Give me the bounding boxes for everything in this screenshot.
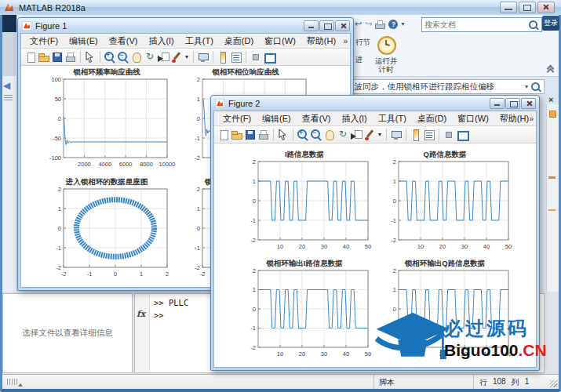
figure-logo-icon <box>22 21 31 31</box>
menu-help[interactable]: 帮助(H) <box>301 34 341 49</box>
figure1-close-button[interactable] <box>335 20 350 31</box>
save-figure-icon[interactable] <box>51 51 64 64</box>
svg-text:0: 0 <box>114 270 117 278</box>
figure1-maximize-button[interactable] <box>319 20 334 31</box>
menu-help[interactable]: 帮助(H) <box>494 111 534 126</box>
file-details-panel: 选择文件以查看详细信息 <box>2 293 133 373</box>
figure2-maximize-button[interactable] <box>505 98 520 109</box>
menu-tools[interactable]: 工具(T) <box>373 111 412 126</box>
menu-view[interactable]: 查看(V) <box>104 34 144 49</box>
pan-icon[interactable] <box>130 51 143 64</box>
warning-marker[interactable] <box>548 209 556 211</box>
code-analyzer-indicator[interactable] <box>549 111 556 118</box>
figure1-minimize-button[interactable] <box>304 20 319 31</box>
svg-text:8000: 8000 <box>140 161 153 168</box>
svg-text:-1: -1 <box>56 245 61 252</box>
show-plot-tools-icon[interactable] <box>456 129 468 141</box>
new-figure-icon[interactable] <box>24 51 37 64</box>
open-file-icon[interactable] <box>38 51 50 64</box>
figure2-close-button[interactable] <box>521 98 536 109</box>
svg-text:-1: -1 <box>87 270 93 278</box>
navbar-dropdown-icon[interactable]: ▾ <box>525 83 528 90</box>
menu-insert[interactable]: 插入(I) <box>336 111 372 126</box>
insert-colorbar-icon[interactable] <box>410 129 422 141</box>
insert-colorbar-icon[interactable] <box>217 51 229 64</box>
quick-access-dropdown-icon[interactable]: ▾ <box>401 20 404 27</box>
insert-legend-icon[interactable] <box>230 51 242 64</box>
zoom-in-icon[interactable]: + <box>297 129 309 141</box>
menu-tools[interactable]: 工具(T) <box>180 34 219 49</box>
menu-overflow-icon[interactable]: » <box>529 114 534 123</box>
menu-insert[interactable]: 插入(I) <box>143 34 179 49</box>
undo-icon[interactable]: ↩ <box>355 19 362 29</box>
show-plot-tools-icon[interactable] <box>263 51 275 64</box>
run-and-time-label[interactable]: 运行并 计时 <box>362 56 410 74</box>
search-icon[interactable] <box>529 20 537 29</box>
editor-tab-close-icon[interactable]: × <box>548 95 553 104</box>
minimize-button[interactable] <box>500 2 517 13</box>
pointer-icon[interactable] <box>84 51 97 64</box>
open-file-icon[interactable] <box>231 129 243 141</box>
brush-dropdown-icon[interactable]: ▾ <box>184 51 190 63</box>
toolstrip-left-fragment <box>2 32 16 76</box>
redo-icon[interactable]: ↪ <box>365 19 372 29</box>
chart-pll-freq-response: 锁相环频率响应曲线200040006000800010000100500-50-… <box>40 67 173 169</box>
brush-dropdown-icon[interactable]: ▾ <box>377 129 383 140</box>
menu-file[interactable]: 文件(F) <box>217 111 257 126</box>
print-figure-icon[interactable] <box>257 129 270 141</box>
pointer-icon[interactable] <box>277 129 290 141</box>
menu-window[interactable]: 窗口(W) <box>259 34 301 49</box>
help-icon[interactable]: ? <box>388 20 398 29</box>
status-grip[interactable] <box>7 379 18 385</box>
link-plots-icon[interactable] <box>390 129 403 141</box>
menu-window[interactable]: 窗口(W) <box>452 111 494 126</box>
pan-icon[interactable] <box>323 129 336 141</box>
data-cursor-icon[interactable] <box>157 51 169 64</box>
hide-plot-tools-icon[interactable] <box>250 51 262 64</box>
warning-marker[interactable] <box>548 176 556 179</box>
login-button[interactable]: 登录 <box>542 16 559 31</box>
svg-text:-2: -2 <box>195 154 200 162</box>
run-and-time-icon[interactable] <box>377 36 396 55</box>
rotate-3d-icon[interactable]: ↻ <box>337 129 349 141</box>
zoom-out-icon[interactable]: − <box>310 129 322 141</box>
new-figure-icon[interactable] <box>217 129 230 141</box>
figure-logo-icon <box>215 99 224 108</box>
svg-text:50: 50 <box>365 350 371 358</box>
link-plots-icon[interactable] <box>197 51 209 64</box>
brush-icon[interactable] <box>363 129 376 141</box>
ribbon-collapse-icon[interactable] <box>546 66 554 74</box>
search-input[interactable] <box>422 20 529 29</box>
menu-edit[interactable]: 编辑(E) <box>257 111 297 126</box>
maximize-button[interactable] <box>519 2 536 13</box>
svg-text:2000: 2000 <box>78 161 91 168</box>
line-label: 行 <box>479 377 487 388</box>
svg-text:2: 2 <box>393 158 396 165</box>
resize-grip[interactable] <box>550 380 557 387</box>
data-cursor-icon[interactable] <box>350 129 362 141</box>
menu-overflow-icon[interactable]: » <box>343 37 348 45</box>
zoom-out-icon[interactable]: − <box>117 51 129 64</box>
zoom-in-icon[interactable]: + <box>104 51 116 64</box>
menu-file[interactable]: 文件(F) <box>24 34 64 49</box>
rotate-3d-icon[interactable]: ↻ <box>144 51 156 64</box>
print-figure-icon[interactable] <box>64 51 77 64</box>
menu-view[interactable]: 查看(V) <box>297 111 337 126</box>
folder-list-icon[interactable] <box>4 95 13 101</box>
figure2-minimize-button[interactable] <box>490 98 505 109</box>
col-label: 列 <box>512 377 519 388</box>
insert-legend-icon[interactable] <box>423 129 435 141</box>
hide-plot-tools-icon[interactable] <box>443 129 455 141</box>
svg-text:-1: -1 <box>250 325 256 332</box>
chart-plot: 200040006000800010000100500-50-100 <box>40 77 173 169</box>
back-arrow-icon[interactable]: ◀ <box>3 80 10 91</box>
menu-edit[interactable]: 编辑(E) <box>64 34 104 49</box>
print-icon[interactable] <box>375 20 385 28</box>
navbar-search-icon[interactable] <box>531 82 540 91</box>
menu-desktop[interactable]: 桌面(D) <box>412 111 452 126</box>
menu-desktop[interactable]: 桌面(D) <box>219 34 259 49</box>
close-button[interactable] <box>537 2 555 13</box>
save-figure-icon[interactable] <box>244 129 257 141</box>
svg-text:50: 50 <box>55 96 61 103</box>
brush-icon[interactable] <box>170 51 183 64</box>
